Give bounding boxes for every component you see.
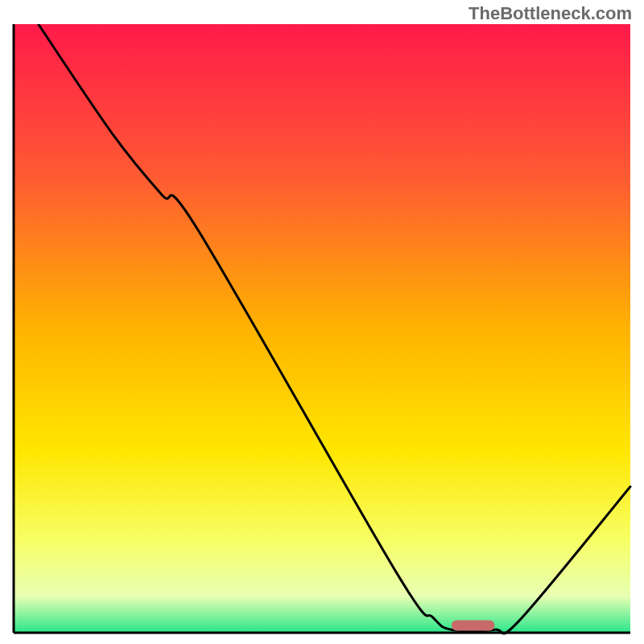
optimal-marker: [452, 620, 495, 630]
chart-svg: [12, 24, 632, 636]
bottleneck-chart: [12, 24, 632, 636]
attribution-label: TheBottleneck.com: [469, 3, 632, 24]
chart-background: [14, 24, 630, 633]
